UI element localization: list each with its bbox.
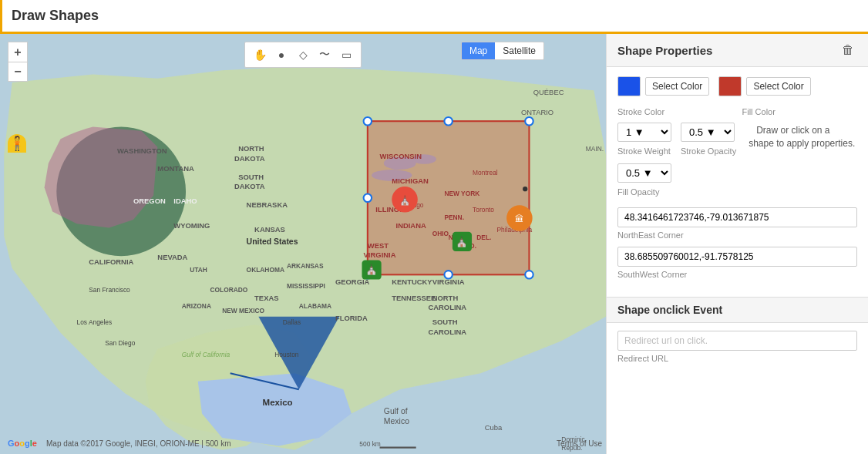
map-area[interactable]: WASHINGTON MONTANA OREGON IDAHO WYOMING … bbox=[0, 34, 606, 454]
fill-opacity-select[interactable]: 0.5 ▼ 1 ▼ bbox=[617, 163, 671, 183]
svg-text:🏛: 🏛 bbox=[515, 214, 524, 224]
stroke-color-label: Stroke Color bbox=[617, 107, 733, 116]
svg-text:MISSISSIPPI: MISSISSIPPI bbox=[287, 282, 325, 290]
fill-color-label-group: Fill Color bbox=[742, 103, 858, 119]
fill-color-button[interactable]: Select Color bbox=[746, 77, 810, 96]
svg-text:IDAHO: IDAHO bbox=[173, 197, 197, 205]
svg-text:CALIFORNIA: CALIFORNIA bbox=[89, 257, 133, 266]
map-type-map-button[interactable]: Map bbox=[462, 42, 495, 59]
polygon-tool-button[interactable]: ◇ bbox=[293, 45, 313, 65]
polyline-tool-button[interactable]: 〜 bbox=[315, 45, 335, 65]
fill-color-swatch[interactable] bbox=[718, 76, 742, 96]
svg-text:MONTANA: MONTANA bbox=[157, 164, 194, 173]
shape-properties-panel: Shape Properties 🗑 Select Color Select C… bbox=[607, 34, 868, 372]
svg-point-13 bbox=[525, 271, 533, 278]
northeast-input[interactable]: 48.3416461723746,-79.013671875 bbox=[617, 207, 857, 227]
stroke-weight-group: 1 ▼ 2 ▼ 3 ▼ Stroke Weight bbox=[617, 123, 671, 159]
app-header: Draw Shapes bbox=[0, 0, 868, 34]
stroke-opacity-select[interactable]: 0.5 ▼ 1 ▼ bbox=[681, 123, 735, 142]
onclick-section-body: Redirect URL bbox=[607, 323, 868, 372]
draw-toolbar: ✋ ● ◇ 〜 ▭ bbox=[244, 42, 362, 68]
svg-text:Dallas: Dallas bbox=[283, 318, 301, 326]
svg-text:Houston: Houston bbox=[274, 351, 299, 358]
delete-shape-button[interactable]: 🗑 bbox=[839, 42, 857, 59]
svg-point-10 bbox=[364, 194, 372, 202]
svg-point-7 bbox=[364, 117, 372, 125]
map-terms[interactable]: Terms of Use bbox=[557, 439, 602, 448]
stroke-color-button[interactable]: Select Color bbox=[645, 77, 709, 96]
svg-text:DAKOTA: DAKOTA bbox=[234, 182, 265, 190]
app-body: WASHINGTON MONTANA OREGON IDAHO WYOMING … bbox=[0, 34, 868, 454]
fill-color-item: Select Color bbox=[718, 76, 810, 96]
hand-tool-button[interactable]: ✋ bbox=[250, 45, 270, 65]
svg-point-88 bbox=[523, 187, 527, 191]
svg-text:WYOMING: WYOMING bbox=[173, 221, 210, 230]
color-row: Select Color Select Color bbox=[617, 76, 857, 96]
svg-text:KANSAS: KANSAS bbox=[254, 225, 285, 234]
svg-text:ARKANSAS: ARKANSAS bbox=[287, 262, 324, 270]
northeast-label: NorthEast Corner bbox=[617, 230, 684, 240]
info-text: Draw or click on a shape to apply proper… bbox=[749, 125, 855, 149]
svg-text:SOUTH: SOUTH bbox=[238, 173, 264, 181]
fill-color-label: Fill Color bbox=[742, 107, 858, 116]
info-text-container: Draw or click on a shape to apply proper… bbox=[749, 124, 857, 150]
zoom-out-button[interactable]: − bbox=[8, 62, 28, 82]
shape-properties-header: Shape Properties 🗑 bbox=[607, 34, 868, 67]
stroke-color-item: Select Color bbox=[617, 76, 709, 96]
svg-text:NEW YORK: NEW YORK bbox=[444, 190, 479, 197]
zoom-in-button[interactable]: + bbox=[8, 42, 28, 62]
svg-text:San Francisco: San Francisco bbox=[89, 286, 130, 294]
rectangle-tool-button[interactable]: ▭ bbox=[336, 45, 356, 65]
svg-text:WEST: WEST bbox=[368, 241, 389, 250]
sidebar: Shape Properties 🗑 Select Color Select C… bbox=[606, 34, 868, 454]
svg-text:OKLAHOMA: OKLAHOMA bbox=[247, 266, 284, 274]
svg-text:NEVADA: NEVADA bbox=[157, 253, 187, 261]
stroke-opacity-group: 0.5 ▼ 1 ▼ Stroke Opacity bbox=[681, 123, 736, 159]
svg-text:⛪: ⛪ bbox=[456, 236, 468, 248]
svg-text:UTAH: UTAH bbox=[190, 266, 207, 274]
svg-text:CAROLINA: CAROLINA bbox=[428, 303, 466, 311]
stroke-opacity-label: Stroke Opacity bbox=[681, 146, 736, 156]
shape-properties-title: Shape Properties bbox=[617, 44, 712, 57]
svg-text:Mexico: Mexico bbox=[384, 417, 409, 425]
southwest-group: 38.685509760012,-91.7578125 SouthWest Co… bbox=[617, 247, 857, 280]
map-controls: + − bbox=[8, 42, 28, 82]
svg-text:NORTH: NORTH bbox=[238, 144, 264, 153]
svg-text:VIRGINIA: VIRGINIA bbox=[432, 277, 465, 286]
svg-text:DAKOTA: DAKOTA bbox=[234, 154, 265, 163]
svg-text:MAIN.: MAIN. bbox=[586, 145, 604, 153]
onclick-section-header: Shape onclick Event bbox=[607, 297, 868, 323]
svg-text:COLORADO: COLORADO bbox=[210, 286, 247, 294]
properties-body: Select Color Select Color Stroke Color bbox=[607, 67, 868, 289]
redirect-url-label: Redirect URL bbox=[617, 354, 668, 363]
redirect-url-input[interactable] bbox=[617, 331, 857, 351]
map-attribution: Map data ©2017 Google, INEGI, ORION-ME |… bbox=[46, 439, 231, 448]
svg-text:KENTUCKY: KENTUCKY bbox=[392, 277, 432, 286]
svg-text:WISCONSIN: WISCONSIN bbox=[380, 152, 422, 160]
svg-text:ONTARIO: ONTARIO bbox=[521, 108, 553, 116]
map-type-satellite-button[interactable]: Satellite bbox=[495, 42, 543, 59]
app-container: Draw Shapes bbox=[0, 0, 868, 454]
svg-text:Cuba: Cuba bbox=[485, 423, 503, 432]
stroke-weight-label: Stroke Weight bbox=[617, 146, 671, 156]
svg-text:⛪: ⛪ bbox=[399, 195, 411, 206]
circle-tool-button[interactable]: ● bbox=[271, 45, 291, 65]
svg-point-8 bbox=[444, 117, 452, 125]
stroke-color-swatch[interactable] bbox=[617, 76, 641, 96]
svg-text:500 km: 500 km bbox=[359, 440, 380, 448]
svg-text:Gulf of California: Gulf of California bbox=[182, 351, 230, 358]
svg-text:Los Angeles: Los Angeles bbox=[77, 318, 113, 326]
fill-opacity-label: Fill Opacity bbox=[617, 187, 679, 197]
southwest-label: SouthWest Corner bbox=[617, 270, 687, 279]
stroke-weight-select[interactable]: 1 ▼ 2 ▼ 3 ▼ bbox=[617, 123, 671, 142]
svg-text:FLORIDA: FLORIDA bbox=[335, 314, 368, 322]
southwest-input[interactable]: 38.685509760012,-91.7578125 bbox=[617, 247, 857, 267]
page-title: Draw Shapes bbox=[12, 8, 856, 24]
onclick-section-title: Shape onclick Event bbox=[617, 304, 722, 316]
svg-text:TEXAS: TEXAS bbox=[254, 294, 278, 302]
svg-point-9 bbox=[525, 117, 533, 125]
svg-text:QUÉBEC: QUÉBEC bbox=[533, 88, 564, 96]
pegman-icon[interactable]: 🧍 bbox=[8, 134, 26, 153]
svg-text:TENNESSEE: TENNESSEE bbox=[392, 294, 436, 302]
svg-text:INDIANA: INDIANA bbox=[396, 221, 426, 230]
